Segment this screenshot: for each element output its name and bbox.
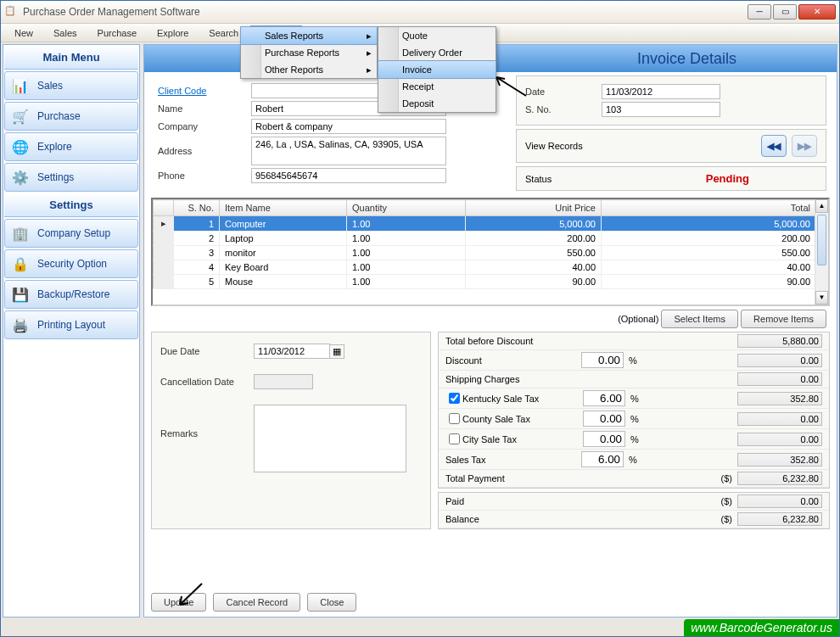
minimize-button[interactable]: ─: [748, 4, 771, 20]
prev-record-button[interactable]: ◀◀: [761, 135, 787, 157]
submenu-quote[interactable]: Quote: [378, 27, 496, 44]
kentucky-value: 352.80: [737, 392, 822, 405]
maximize-button[interactable]: ▭: [773, 4, 797, 20]
status-label: Status: [525, 174, 552, 184]
grid-row[interactable]: 5Mouse1.0090.0090.00: [154, 275, 828, 289]
sno-input[interactable]: [602, 102, 720, 117]
sno-label: S. No.: [525, 104, 602, 115]
salestax-pct-input[interactable]: [581, 451, 624, 467]
menu-explore[interactable]: Explore: [148, 26, 197, 40]
submenu-other-reports[interactable]: Other Reports▸: [241, 61, 377, 78]
grid-row[interactable]: ▸1Computer1.005,000.005,000.00: [154, 216, 828, 232]
phone-input[interactable]: [251, 168, 446, 183]
close-button[interactable]: ✕: [798, 4, 836, 20]
sidebar: Main Menu 📊Sales 🛒Purchase 🌐Explore ⚙️Se…: [3, 44, 140, 617]
sidebar-item-backup[interactable]: 💾Backup/Restore: [4, 280, 138, 309]
grid-row[interactable]: 2Laptop1.00200.00200.00: [154, 232, 828, 246]
menu-new[interactable]: New: [6, 26, 42, 40]
kentucky-checkbox[interactable]: [449, 393, 460, 404]
col-total[interactable]: Total: [602, 200, 828, 216]
grid-row[interactable]: 4Key Board1.0040.0040.00: [154, 260, 828, 275]
close-button[interactable]: Close: [307, 593, 356, 612]
shipping-label: Shipping Charges: [445, 374, 581, 384]
chart-icon: 📊: [10, 75, 31, 96]
col-price[interactable]: Unit Price: [466, 200, 602, 216]
remove-items-button[interactable]: Remove Items: [741, 310, 826, 328]
col-itemname[interactable]: Item Name: [220, 200, 347, 216]
submenu-receipt[interactable]: Receipt: [378, 78, 496, 95]
company-input[interactable]: [251, 119, 446, 134]
county-pct-input[interactable]: [583, 411, 625, 427]
menu-purchase[interactable]: Purchase: [89, 26, 145, 40]
city-label: City Sale Tax: [462, 434, 583, 444]
paid-value: 0.00: [737, 495, 822, 508]
total-payment-label: Total Payment: [445, 473, 581, 483]
sidebar-item-label: Settings: [37, 171, 74, 183]
update-button[interactable]: Update: [151, 593, 206, 612]
due-date-input[interactable]: [254, 344, 330, 359]
printer-icon: 🖨️: [10, 315, 31, 335]
content: Invoice Details Client Code Name Company…: [143, 44, 837, 617]
date-label: Date: [525, 87, 602, 97]
county-value: 0.00: [737, 412, 822, 426]
date-input[interactable]: [602, 84, 720, 99]
sidebar-item-purchase[interactable]: 🛒Purchase: [4, 102, 138, 131]
sidebar-item-printing[interactable]: 🖨️Printing Layout: [4, 310, 138, 339]
city-pct-input[interactable]: [583, 431, 625, 447]
address-input[interactable]: [251, 137, 446, 165]
address-label: Address: [158, 146, 251, 156]
building-icon: 🏢: [10, 223, 31, 243]
county-label: County Sale Tax: [462, 414, 583, 424]
col-sno[interactable]: S. No.: [174, 200, 220, 216]
cart-icon: 🛒: [10, 106, 31, 126]
sidebar-item-security[interactable]: 🔒Security Option: [4, 249, 138, 278]
sidebar-item-company[interactable]: 🏢Company Setup: [4, 219, 138, 248]
sidebar-item-explore[interactable]: 🌐Explore: [4, 132, 138, 161]
select-items-button[interactable]: Select Items: [661, 310, 738, 328]
grid-row[interactable]: 3monitor1.00550.00550.00: [154, 246, 828, 260]
window-title: Purchase Order Management Software: [23, 6, 748, 18]
discount-value: 0.00: [737, 354, 822, 367]
cancel-record-button[interactable]: Cancel Record: [213, 593, 300, 612]
city-checkbox[interactable]: [449, 433, 460, 444]
submenu-invoice[interactable]: Invoice: [378, 60, 496, 79]
company-label: Company: [158, 121, 251, 131]
salestax-value: 352.80: [737, 453, 822, 467]
discount-pct-input[interactable]: [581, 352, 624, 368]
col-qty[interactable]: Quantity: [347, 200, 466, 216]
sidebar-item-label: Security Option: [37, 258, 107, 270]
grid-scrollbar[interactable]: ▲▼: [815, 199, 828, 305]
before-discount-label: Total before Discount: [445, 336, 581, 346]
sales-reports-submenu: Quote Delivery Order Invoice Receipt Dep…: [378, 26, 496, 113]
submenu-purchase-reports[interactable]: Purchase Reports▸: [241, 44, 377, 61]
county-checkbox[interactable]: [449, 413, 460, 424]
sidebar-settings-title: Settings: [4, 193, 138, 217]
shipping-value: 0.00: [737, 372, 822, 386]
chevron-right-icon: ▸: [367, 47, 372, 59]
phone-label: Phone: [158, 170, 251, 181]
kentucky-pct-input[interactable]: [583, 390, 625, 406]
cancel-date-input[interactable]: [254, 374, 313, 389]
client-code-link[interactable]: Client Code: [158, 86, 251, 96]
items-grid[interactable]: S. No. Item Name Quantity Unit Price Tot…: [151, 198, 830, 306]
total-payment-value: 6,232.80: [737, 472, 822, 485]
disk-icon: 💾: [10, 284, 31, 305]
watermark: www.BarcodeGenerator.us: [684, 619, 839, 636]
app-icon: 📋: [4, 5, 18, 19]
titlebar: 📋 Purchase Order Management Software ─ ▭…: [1, 1, 839, 24]
sidebar-item-label: Sales: [37, 80, 63, 92]
submenu-sales-reports[interactable]: Sales Reports▸: [240, 26, 378, 45]
submenu-deposit[interactable]: Deposit: [378, 95, 496, 112]
submenu-delivery-order[interactable]: Delivery Order: [378, 44, 496, 61]
salestax-label: Sales Tax: [445, 455, 581, 465]
calendar-icon[interactable]: ▦: [329, 344, 344, 359]
lock-icon: 🔒: [10, 254, 31, 274]
remarks-input[interactable]: [254, 405, 406, 472]
menu-sales[interactable]: Sales: [45, 26, 86, 40]
sidebar-item-sales[interactable]: 📊Sales: [4, 71, 138, 100]
next-record-button[interactable]: ▶▶: [792, 135, 817, 157]
city-value: 0.00: [737, 433, 822, 446]
chevron-right-icon: ▸: [367, 64, 372, 75]
sidebar-main-title: Main Menu: [4, 46, 138, 70]
sidebar-item-settings[interactable]: ⚙️Settings: [4, 163, 138, 192]
